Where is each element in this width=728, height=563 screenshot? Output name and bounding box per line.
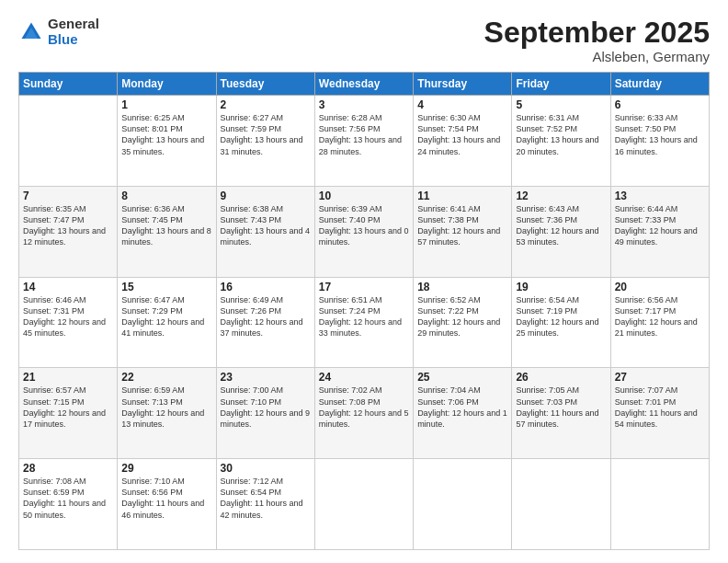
day-number: 24 (319, 371, 409, 384)
day-number: 19 (516, 281, 606, 293)
day-cell-w4-d5: 25 Sunrise: 7:04 AM Sunset: 7:06 PM Dayl… (414, 368, 512, 459)
sunrise-text: Sunrise: 6:44 AM (615, 204, 678, 213)
sunrise-text: Sunrise: 7:05 AM (516, 385, 579, 395)
day-cell-w5-d4 (314, 459, 413, 550)
sunrise-text: Sunrise: 6:41 AM (417, 204, 481, 213)
day-number: 21 (23, 371, 113, 384)
day-info: Sunrise: 6:59 AM Sunset: 7:13 PM Dayligh… (121, 385, 211, 430)
logo-general-text: General (48, 17, 99, 32)
daylight-text: Daylight: 13 hours and 24 minutes. (417, 135, 500, 155)
day-number: 28 (23, 462, 113, 475)
daylight-text: Daylight: 11 hours and 54 minutes. (615, 408, 698, 429)
day-cell-w4-d4: 24 Sunrise: 7:02 AM Sunset: 7:08 PM Dayl… (314, 368, 413, 459)
day-cell-w3-d3: 16 Sunrise: 6:49 AM Sunset: 7:26 PM Dayl… (216, 277, 314, 368)
week-row-4: 21 Sunrise: 6:57 AM Sunset: 7:15 PM Dayl… (19, 368, 710, 459)
sunrise-text: Sunrise: 6:56 AM (615, 295, 678, 304)
sunrise-text: Sunrise: 7:10 AM (121, 477, 185, 486)
day-number: 5 (516, 98, 606, 111)
day-info: Sunrise: 6:28 AM Sunset: 7:56 PM Dayligh… (319, 112, 409, 157)
day-cell-w2-d3: 9 Sunrise: 6:38 AM Sunset: 7:43 PM Dayli… (216, 186, 314, 277)
week-row-5: 28 Sunrise: 7:08 AM Sunset: 6:59 PM Dayl… (19, 459, 710, 550)
day-number: 25 (417, 371, 507, 384)
day-cell-w5-d6 (512, 459, 610, 550)
daylight-text: Daylight: 12 hours and 21 minutes. (615, 317, 698, 338)
day-cell-w1-d7: 6 Sunrise: 6:33 AM Sunset: 7:50 PM Dayli… (610, 96, 709, 187)
day-number: 27 (615, 371, 705, 384)
day-cell-w4-d3: 23 Sunrise: 7:00 AM Sunset: 7:10 PM Dayl… (216, 368, 314, 459)
daylight-text: Daylight: 12 hours and 1 minute. (417, 408, 507, 429)
day-number: 22 (121, 371, 211, 384)
sunrise-text: Sunrise: 6:35 AM (23, 204, 86, 213)
day-cell-w3-d2: 15 Sunrise: 6:47 AM Sunset: 7:29 PM Dayl… (118, 277, 216, 368)
sunset-text: Sunset: 6:54 PM (221, 488, 282, 497)
day-number: 7 (23, 190, 113, 202)
sunset-text: Sunset: 7:50 PM (615, 124, 677, 133)
location: Alsleben, Germany (484, 49, 710, 64)
sunset-text: Sunset: 7:54 PM (417, 124, 479, 133)
daylight-text: Daylight: 11 hours and 42 minutes. (221, 499, 303, 519)
day-number: 11 (417, 190, 507, 202)
daylight-text: Daylight: 12 hours and 45 minutes. (23, 317, 106, 338)
sunset-text: Sunset: 7:26 PM (221, 306, 282, 316)
sunrise-text: Sunrise: 6:38 AM (221, 204, 284, 213)
daylight-text: Daylight: 11 hours and 46 minutes. (121, 499, 204, 519)
day-cell-w2-d5: 11 Sunrise: 6:41 AM Sunset: 7:38 PM Dayl… (414, 186, 512, 277)
sunrise-text: Sunrise: 6:39 AM (319, 204, 382, 213)
day-cell-w5-d7 (610, 459, 709, 550)
sunset-text: Sunset: 7:06 PM (417, 397, 479, 407)
daylight-text: Daylight: 12 hours and 25 minutes. (516, 317, 598, 338)
day-info: Sunrise: 6:54 AM Sunset: 7:19 PM Dayligh… (516, 294, 606, 339)
daylight-text: Daylight: 12 hours and 33 minutes. (319, 317, 402, 338)
daylight-text: Daylight: 12 hours and 37 minutes. (221, 317, 303, 338)
calendar-table: Sunday Monday Tuesday Wednesday Thursday… (18, 72, 710, 550)
day-cell-w3-d7: 20 Sunrise: 6:56 AM Sunset: 7:17 PM Dayl… (610, 277, 709, 368)
sunset-text: Sunset: 6:56 PM (121, 488, 183, 497)
daylight-text: Daylight: 13 hours and 4 minutes. (221, 226, 311, 247)
daylight-text: Daylight: 13 hours and 16 minutes. (615, 135, 698, 155)
day-number: 15 (121, 281, 211, 293)
logo-icon (18, 19, 44, 45)
day-cell-w4-d7: 27 Sunrise: 7:07 AM Sunset: 7:01 PM Dayl… (610, 368, 709, 459)
day-cell-w4-d6: 26 Sunrise: 7:05 AM Sunset: 7:03 PM Dayl… (512, 368, 610, 459)
sunset-text: Sunset: 7:24 PM (319, 306, 381, 316)
header-saturday: Saturday (610, 73, 709, 96)
sunrise-text: Sunrise: 6:51 AM (319, 295, 382, 304)
day-cell-w1-d5: 4 Sunrise: 6:30 AM Sunset: 7:54 PM Dayli… (414, 96, 512, 187)
day-info: Sunrise: 6:30 AM Sunset: 7:54 PM Dayligh… (417, 112, 507, 157)
daylight-text: Daylight: 12 hours and 49 minutes. (615, 226, 698, 247)
day-cell-w2-d1: 7 Sunrise: 6:35 AM Sunset: 7:47 PM Dayli… (19, 186, 118, 277)
daylight-text: Daylight: 13 hours and 31 minutes. (221, 135, 303, 155)
day-number: 20 (615, 281, 705, 293)
sunset-text: Sunset: 7:19 PM (516, 306, 577, 316)
sunset-text: Sunset: 7:15 PM (23, 397, 85, 407)
day-info: Sunrise: 6:39 AM Sunset: 7:40 PM Dayligh… (319, 203, 409, 248)
daylight-text: Daylight: 12 hours and 5 minutes. (319, 408, 409, 429)
sunset-text: Sunset: 7:03 PM (516, 397, 577, 407)
day-cell-w1-d4: 3 Sunrise: 6:28 AM Sunset: 7:56 PM Dayli… (314, 96, 413, 187)
month-title: September 2025 (484, 17, 710, 49)
day-info: Sunrise: 6:43 AM Sunset: 7:36 PM Dayligh… (516, 203, 606, 248)
day-cell-w5-d3: 30 Sunrise: 7:12 AM Sunset: 6:54 PM Dayl… (216, 459, 314, 550)
logo: General Blue (18, 17, 99, 47)
day-cell-w4-d1: 21 Sunrise: 6:57 AM Sunset: 7:15 PM Dayl… (19, 368, 118, 459)
sunset-text: Sunset: 7:36 PM (516, 215, 577, 224)
day-cell-w3-d5: 18 Sunrise: 6:52 AM Sunset: 7:22 PM Dayl… (414, 277, 512, 368)
day-cell-w1-d1 (19, 96, 118, 187)
day-number: 8 (121, 190, 211, 202)
sunset-text: Sunset: 7:59 PM (221, 124, 282, 133)
sunset-text: Sunset: 7:08 PM (319, 397, 381, 407)
daylight-text: Daylight: 12 hours and 9 minutes. (221, 408, 311, 429)
daylight-text: Daylight: 13 hours and 35 minutes. (121, 135, 204, 155)
day-info: Sunrise: 6:25 AM Sunset: 8:01 PM Dayligh… (121, 112, 211, 157)
daylight-text: Daylight: 12 hours and 53 minutes. (516, 226, 598, 247)
sunset-text: Sunset: 8:01 PM (121, 124, 183, 133)
sunrise-text: Sunrise: 6:52 AM (417, 295, 481, 304)
sunset-text: Sunset: 7:31 PM (23, 306, 85, 316)
sunset-text: Sunset: 7:43 PM (221, 215, 282, 224)
sunrise-text: Sunrise: 7:12 AM (221, 477, 284, 486)
sunset-text: Sunset: 7:33 PM (615, 215, 677, 224)
day-number: 13 (615, 190, 705, 202)
day-cell-w1-d3: 2 Sunrise: 6:27 AM Sunset: 7:59 PM Dayli… (216, 96, 314, 187)
sunrise-text: Sunrise: 6:43 AM (516, 204, 579, 213)
daylight-text: Daylight: 11 hours and 57 minutes. (516, 408, 598, 429)
